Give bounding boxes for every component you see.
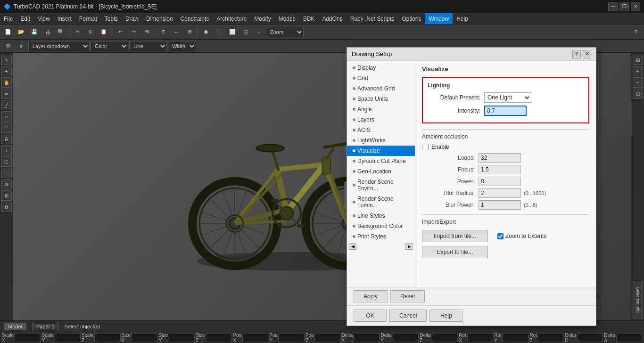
bottom-field-delta-z[interactable]	[432, 334, 458, 342]
bottom-field-rot-z[interactable]	[538, 334, 564, 342]
grid-btn[interactable]: #	[15, 40, 27, 52]
dialog-help-btn[interactable]: ?	[572, 50, 581, 58]
ok-btn[interactable]: OK	[354, 310, 387, 322]
tool2-btn[interactable]: ⬛	[213, 26, 225, 38]
fit-btn[interactable]: ⊡	[633, 89, 643, 99]
bottom-field-delta-x[interactable]	[354, 334, 380, 342]
layer-dropdown[interactable]: Layer dropdown	[28, 41, 90, 51]
minimize-btn[interactable]: ─	[608, 2, 618, 11]
menu-item-modes[interactable]: Modes	[275, 13, 299, 24]
nav-scroll-left[interactable]: ◀	[349, 243, 356, 250]
enable-checkbox[interactable]	[422, 144, 429, 150]
model-tab[interactable]: Model	[4, 323, 26, 330]
text-tool[interactable]: A	[1, 134, 12, 144]
open-btn[interactable]: 📂	[15, 26, 27, 38]
modify-tool[interactable]: ⟳	[1, 179, 12, 189]
text-btn[interactable]: T	[157, 26, 169, 38]
nav-item-lightworks[interactable]: LightWorks	[347, 135, 415, 146]
undo-btn[interactable]: ↩	[114, 26, 126, 38]
blur-power-input[interactable]	[479, 200, 521, 210]
power-input[interactable]	[479, 177, 521, 186]
pan-tool[interactable]: ✋	[1, 77, 12, 88]
footer-help-btn[interactable]: Help	[429, 310, 462, 322]
redo-btn[interactable]: ↪	[127, 26, 140, 38]
select-tool[interactable]: ↖	[1, 55, 12, 65]
menu-item-draw[interactable]: Draw	[122, 13, 142, 24]
help-btn[interactable]: ?	[630, 26, 642, 38]
circle-tool[interactable]: ○	[1, 111, 12, 122]
dialog-close-btn[interactable]: ✕	[583, 50, 591, 58]
restore-btn[interactable]: ❒	[619, 2, 629, 11]
reset-btn[interactable]: Reset	[390, 290, 425, 302]
loops-input[interactable]	[479, 153, 521, 163]
zoom-out-btn[interactable]: −	[633, 77, 643, 88]
bottom-field-size-x[interactable]	[132, 334, 158, 342]
focus-input[interactable]	[479, 165, 521, 174]
apply-btn[interactable]: Apply	[354, 290, 388, 302]
linestyle-dropdown[interactable]: Line	[129, 41, 167, 51]
nav-item-advanced-grid[interactable]: Advanced Grid	[347, 83, 415, 94]
nav-item-geo-location[interactable]: Geo-Location	[347, 166, 415, 177]
settings-tool[interactable]: ⚙	[1, 202, 12, 212]
menu-item-help[interactable]: Help	[453, 13, 472, 24]
bottom-field-size-y[interactable]	[169, 334, 195, 342]
menu-item-ruby-.net-scripts[interactable]: Ruby .Net Scripts	[347, 13, 398, 24]
arc-tool[interactable]: ◠	[1, 122, 12, 133]
bottom-field-rot-y[interactable]	[503, 334, 529, 342]
zoom-tool[interactable]: +	[1, 66, 12, 76]
settings-btn[interactable]: ⚙	[2, 40, 14, 52]
line-tool[interactable]: ╱	[1, 100, 12, 110]
snap-tool2[interactable]: ⊞	[1, 190, 12, 201]
tool3-btn[interactable]: ⬜	[226, 26, 239, 38]
nav-item-background-color[interactable]: Background Color	[347, 221, 415, 231]
nav-item-display[interactable]: Display	[347, 63, 415, 73]
draw-tool[interactable]: ✏	[1, 89, 12, 99]
bottom-field-pos-x[interactable]	[242, 334, 269, 342]
save-btn[interactable]: 💾	[28, 26, 41, 38]
bottom-field-size-z[interactable]	[206, 334, 232, 342]
menu-item-edit[interactable]: Edit	[17, 13, 34, 24]
menu-item-tools[interactable]: Tools	[101, 13, 122, 24]
zoom-in-btn[interactable]: +	[633, 66, 643, 76]
print-preview-btn[interactable]: 🔍	[55, 26, 67, 38]
menu-item-addons[interactable]: AddOns	[318, 13, 346, 24]
tool5-btn[interactable]: ⬦	[253, 26, 265, 38]
zoom-extents-checkbox[interactable]	[497, 233, 504, 239]
nav-item-print-styles[interactable]: Print Styles	[347, 231, 415, 242]
bottom-field-scale-z[interactable]	[94, 334, 121, 342]
bottom-field-scale-x[interactable]	[15, 334, 41, 342]
paper1-tab[interactable]: Paper 1	[32, 323, 59, 330]
menu-item-constraints[interactable]: Constraints	[177, 13, 213, 24]
nav-scroll-right[interactable]: ▶	[405, 243, 413, 250]
3d-tool[interactable]: ⬡	[1, 156, 12, 167]
nav-item-layers[interactable]: Layers	[347, 114, 415, 125]
menu-item-view[interactable]: View	[34, 13, 54, 24]
export-btn[interactable]: Export to file...	[422, 246, 488, 258]
paste-btn[interactable]: 📋	[98, 26, 110, 38]
menu-item-format[interactable]: Format	[75, 13, 101, 24]
print-btn[interactable]: 🖨	[41, 26, 54, 38]
menu-item-modify[interactable]: Modify	[250, 13, 274, 24]
menu-item-file[interactable]: File	[0, 13, 17, 24]
bottom-field-rot-x[interactable]	[467, 334, 494, 342]
close-btn[interactable]: ✕	[631, 2, 640, 11]
dimension-tool[interactable]: ↕	[1, 145, 12, 155]
nav-item-line-styles[interactable]: Line Styles	[347, 211, 415, 221]
menu-item-dimension[interactable]: Dimension	[142, 13, 177, 24]
copy-btn[interactable]: ⎘	[84, 26, 97, 38]
nav-item-render-scene-lumin[interactable]: Render Scene Lumin...	[347, 194, 415, 211]
bottom-field-delta-y[interactable]	[393, 334, 419, 342]
undo2-btn[interactable]: ⟲	[140, 26, 153, 38]
nav-item-dynamic-cut-plane[interactable]: Dynamic Cut Plane	[347, 156, 415, 166]
view-btn[interactable]: ⊞	[633, 55, 643, 65]
nav-item-space-units[interactable]: Space Units	[347, 94, 415, 104]
bottom-field-pos-y[interactable]	[278, 334, 305, 342]
import-btn[interactable]: Import from file...	[422, 230, 488, 242]
nav-item-render-scene-enviro[interactable]: Render Scene Enviro...	[347, 177, 415, 194]
menu-item-sdk[interactable]: SDK	[299, 13, 319, 24]
zoom-dropdown[interactable]: Zoom	[266, 27, 304, 37]
solid-tool[interactable]: ⬛	[1, 168, 12, 178]
nav-item-visualize[interactable]: Visualize	[347, 146, 415, 156]
menu-item-options[interactable]: Options	[398, 13, 425, 24]
cancel-btn[interactable]: Cancel	[389, 310, 427, 322]
